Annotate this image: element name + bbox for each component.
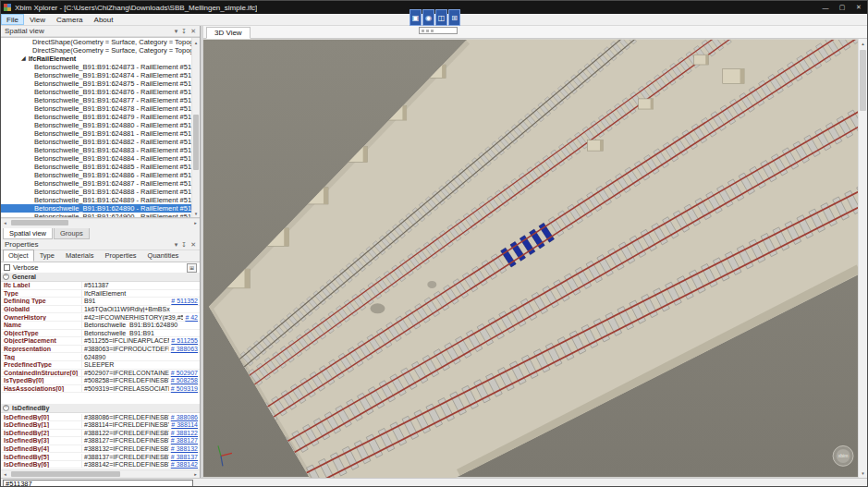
entity-link[interactable]: # 388063: [169, 346, 200, 352]
menu-item-camera[interactable]: Camera: [51, 14, 88, 25]
tree-hscrollbar[interactable]: ◂ ▸: [1, 218, 200, 226]
dock-tab-groups[interactable]: Groups: [54, 228, 90, 239]
entity-link[interactable]: # 388132: [169, 445, 200, 452]
property-value: #388086=IFCRELDEFINESBYPROPERTIES('1k6TQ…: [82, 414, 169, 420]
tree-row[interactable]: Betonschwelle_B91:B91:624875 - RailEleme…: [1, 79, 200, 88]
scroll-down-icon[interactable]: ▾: [859, 469, 867, 478]
tree-rows: DirectShape(Geometry = Surface, Category…: [1, 38, 200, 218]
verbose-checkbox[interactable]: [4, 264, 10, 271]
property-name: IsDefinedBy[3]: [1, 437, 82, 444]
tree-row[interactable]: Betonschwelle_B91:B91:624888 - RailEleme…: [1, 188, 200, 196]
entity-link[interactable]: # 388122: [169, 430, 200, 436]
selection-mode-button[interactable]: ▣: [410, 9, 422, 26]
tree-row[interactable]: Betonschwelle_B91:B91:624877 - RailEleme…: [1, 96, 200, 104]
dock-tab-spatial-view[interactable]: Spatial view: [3, 228, 53, 239]
scroll-up-icon[interactable]: ▴: [859, 39, 867, 48]
tree-row[interactable]: Betonschwelle_B91:B91:624886 - RailEleme…: [1, 171, 200, 179]
section-header-general[interactable]: ^General: [1, 273, 200, 282]
menu-item-file[interactable]: File: [1, 14, 24, 25]
scroll-up-icon[interactable]: ▴: [192, 38, 200, 46]
scroll-right-icon[interactable]: ▸: [191, 470, 200, 478]
properties-options-button[interactable]: ⊞: [187, 263, 197, 273]
tree-row[interactable]: Betonschwelle_B91:B91:624900 - RailEleme…: [1, 213, 200, 218]
property-value: #511255=IFCLINEARPLACEMENT(#123414,#5141…: [82, 337, 169, 344]
scrollbar-thumb[interactable]: [11, 220, 68, 225]
tree-row[interactable]: Betonschwelle_B91:B91:624889 - RailEleme…: [1, 196, 200, 204]
tree-row[interactable]: DirectShape(Geometry = Surface, Category…: [1, 46, 200, 55]
scroll-left-icon[interactable]: ◂: [1, 470, 9, 478]
viewport-3d-canvas[interactable]: xbim: [203, 39, 858, 478]
entity-link[interactable]: # 388142: [169, 461, 200, 468]
view3d-area: 3D View xbim ▴ ▾: [203, 26, 867, 478]
collapse-icon[interactable]: ^: [3, 405, 9, 411]
scrollbar-thumb[interactable]: [860, 50, 866, 111]
entity-link[interactable]: # 388137: [169, 454, 200, 460]
tree-row[interactable]: Betonschwelle_B91:B91:624882 - RailEleme…: [1, 138, 200, 146]
property-value: #388137=IFCRELDEFINESBYPROPERTIES('1k6TQ…: [82, 454, 169, 460]
prop-tab-object[interactable]: Object: [3, 250, 34, 262]
tree-row[interactable]: Betonschwelle_B91:B91:624873 - RailEleme…: [1, 63, 200, 71]
entity-link[interactable]: # 502907: [169, 370, 200, 376]
floating-toolbar: ▣◉◫⊞: [410, 9, 460, 26]
entity-link[interactable]: # 511352: [169, 298, 200, 304]
collapse-icon[interactable]: ^: [3, 274, 9, 280]
tree-vscrollbar[interactable]: ▴ ▾: [191, 38, 200, 217]
pin-icon[interactable]: ↧: [181, 241, 187, 249]
tree-row[interactable]: Betonschwelle_B91:B91:624887 - RailEleme…: [1, 179, 200, 188]
styler-button[interactable]: ⊞: [448, 9, 460, 26]
chevron-down-icon[interactable]: ▾: [175, 28, 178, 35]
tree-row[interactable]: Betonschwelle_B91:B91:624890 - RailEleme…: [1, 204, 200, 213]
properties-hscrollbar[interactable]: ◂ ▸: [1, 469, 200, 478]
tree-row[interactable]: Betonschwelle_B91:B91:624884 - RailEleme…: [1, 154, 200, 163]
window-button-close[interactable]: ✕: [850, 1, 867, 14]
entity-link[interactable]: # 508258: [169, 377, 200, 384]
prop-tab-quantities[interactable]: Quantities: [142, 250, 185, 262]
clipping-plane-button[interactable]: ◫: [435, 9, 447, 26]
entity-link[interactable]: # 388114: [169, 421, 200, 428]
entity-link[interactable]: # 509319: [169, 385, 200, 392]
tree-row[interactable]: Betonschwelle_B91:B91:624880 - RailEleme…: [1, 121, 200, 129]
property-row: GlobalId1k6TQaOi11W9Rdiyj+BmBSx: [1, 306, 200, 314]
prop-tab-materials[interactable]: Materials: [60, 250, 99, 262]
property-row: IsDefinedBy[2]#388122=IFCRELDEFINESBYPRO…: [1, 430, 200, 438]
section-header-isdefinedby[interactable]: ^IsDefinedBy: [1, 404, 200, 413]
hide-element-button[interactable]: ◉: [422, 9, 434, 26]
window-button-minimize[interactable]: —: [817, 1, 834, 14]
tree-row[interactable]: DirectShape(Geometry = Surface, Category…: [1, 38, 200, 46]
menu-item-about[interactable]: About: [89, 14, 119, 25]
tree-row-ifcrailelement[interactable]: ◢IfcRailElement: [1, 55, 200, 63]
entity-link[interactable]: # 388127: [169, 437, 200, 444]
close-icon[interactable]: ✕: [190, 241, 196, 249]
window-button-maximize[interactable]: ▢: [834, 1, 850, 14]
property-name: Type: [1, 290, 82, 297]
scroll-left-icon[interactable]: ◂: [1, 219, 9, 226]
scroll-right-icon[interactable]: ▸: [191, 219, 200, 226]
tree-row[interactable]: Betonschwelle_B91:B91:624876 - RailEleme…: [1, 88, 200, 96]
scrollbar-thumb[interactable]: [193, 115, 199, 170]
prop-tab-properties[interactable]: Properties: [99, 250, 141, 262]
entity-link[interactable]: # 511255: [169, 337, 200, 344]
tab-3d-view[interactable]: 3D View: [206, 27, 251, 39]
tree-row[interactable]: Betonschwelle_B91:B91:624881 - RailEleme…: [1, 129, 200, 138]
close-icon[interactable]: ✕: [190, 28, 196, 35]
scrollbar-thumb[interactable]: [11, 471, 120, 477]
entity-link[interactable]: # 42: [183, 314, 200, 321]
tree-row[interactable]: Betonschwelle_B91:B91:624883 - RailEleme…: [1, 146, 200, 154]
property-value: #388114=IFCRELDEFINESBYPROPERTIES('1k6TQ…: [82, 421, 169, 428]
tree-row[interactable]: Betonschwelle_B91:B91:624885 - RailEleme…: [1, 163, 200, 171]
chevron-down-icon[interactable]: ▾: [175, 241, 178, 249]
entity-link[interactable]: # 388086: [169, 414, 200, 420]
toolbar-dropdown[interactable]: [419, 27, 458, 34]
menu-item-view[interactable]: View: [24, 14, 51, 25]
spatial-tree[interactable]: DirectShape(Geometry = Surface, Category…: [1, 37, 200, 218]
scroll-down-icon[interactable]: ▾: [192, 209, 200, 217]
tree-row[interactable]: Betonschwelle_B91:B91:624879 - RailEleme…: [1, 113, 200, 121]
property-value: #508258=IFCRELDEFINESBYTYPE('1VnHBhN38oQ…: [82, 377, 169, 384]
label-search-input[interactable]: [3, 480, 193, 487]
prop-tab-type[interactable]: Type: [34, 250, 60, 262]
viewport-vscrollbar[interactable]: ▴ ▾: [858, 39, 867, 478]
expander-icon[interactable]: ◢: [21, 55, 26, 63]
tree-row[interactable]: Betonschwelle_B91:B91:624874 - RailEleme…: [1, 71, 200, 79]
tree-row[interactable]: Betonschwelle_B91:B91:624878 - RailEleme…: [1, 104, 200, 113]
pin-icon[interactable]: ↧: [181, 28, 187, 35]
